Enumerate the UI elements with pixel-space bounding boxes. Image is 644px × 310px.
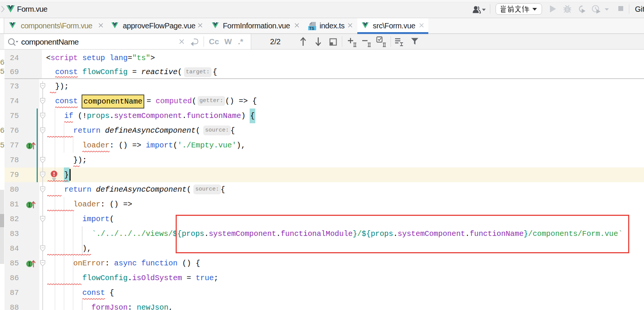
svg-text:TS: TS — [309, 26, 314, 31]
